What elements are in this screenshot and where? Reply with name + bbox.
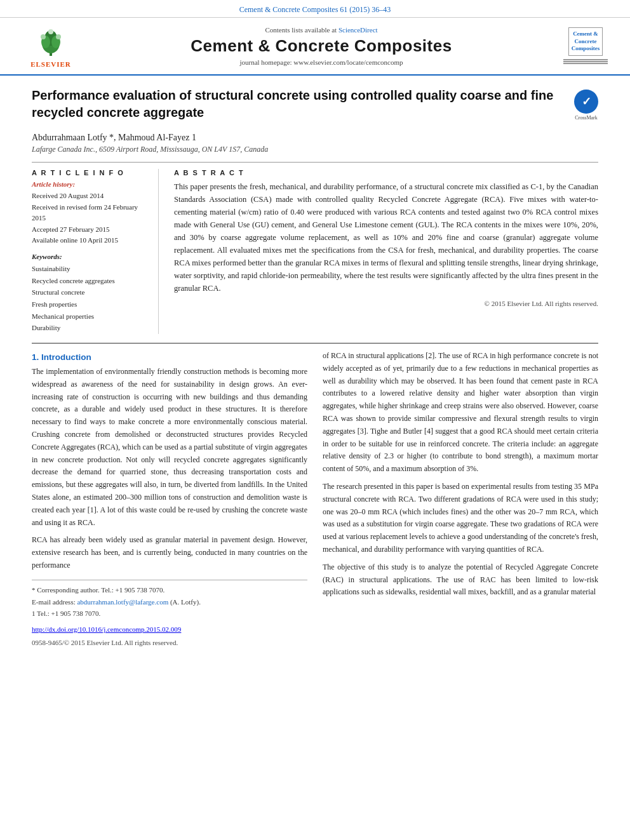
svg-point-7	[48, 29, 53, 34]
intro-heading: 1. Introduction	[32, 352, 307, 362]
journal-citation: Cement & Concrete Composites 61 (2015) 3…	[239, 5, 391, 14]
email-fn: E-mail address: abdurrahman.lotfy@lafarg…	[32, 596, 307, 608]
paper-title-section: Performance evaluation of structural con…	[32, 87, 598, 126]
paper-title: Performance evaluation of structural con…	[32, 87, 564, 121]
footnote-section: * Corresponding author. Tel.: +1 905 738…	[32, 580, 307, 648]
article-info-col: A R T I C L E I N F O Article history: R…	[32, 169, 159, 334]
intro-para-4: The research presented in this paper is …	[323, 481, 598, 556]
received-date: Received 20 August 2014	[32, 190, 149, 202]
journal-corner-logo: Cement &ConcreteComposites	[560, 27, 611, 65]
available-date: Available online 10 April 2015	[32, 235, 149, 246]
copyright-line: © 2015 Elsevier Ltd. All rights reserved…	[174, 300, 598, 307]
elsevier-logo: ELSEVIER	[19, 24, 83, 68]
crossmark-icon: ✓	[574, 90, 598, 114]
abstract-col: A B S T R A C T This paper presents the …	[174, 169, 598, 334]
intro-para-2: RCA has already been widely used as gran…	[32, 534, 307, 571]
abstract-label: A B S T R A C T	[174, 169, 598, 177]
issn-line: 0958-9465/© 2015 Elsevier Ltd. All right…	[32, 637, 307, 649]
intro-para-5: The objective of this study is to analyz…	[323, 561, 598, 599]
keyword-2: Recycled concrete aggregates	[32, 275, 149, 287]
article-info-label: A R T I C L E I N F O	[32, 169, 149, 177]
journal-header-center: Contents lists available at ScienceDirec…	[83, 26, 560, 66]
journal-header-top: Cement & Concrete Composites 61 (2015) 3…	[0, 0, 630, 18]
email-label: E-mail address:	[32, 598, 76, 606]
crossmark-logo: ✓ CrossMark	[574, 90, 598, 121]
email-link[interactable]: abdurrahman.lotfy@lafarge.com	[77, 598, 168, 606]
contents-line: Contents lists available at ScienceDirec…	[83, 26, 560, 34]
body-left-col: 1. Introduction The implementation of en…	[32, 350, 307, 648]
keywords-label: Keywords:	[32, 253, 149, 260]
article-info-abstract-section: A R T I C L E I N F O Article history: R…	[32, 162, 598, 334]
doi-link[interactable]: http://dx.doi.org/10.1016/j.cemconcomp.2…	[32, 625, 181, 633]
affiliation-line: Lafarge Canada Inc., 6509 Airport Road, …	[32, 145, 598, 154]
abstract-text: This paper presents the fresh, mechanica…	[174, 180, 598, 295]
svg-point-5	[41, 34, 46, 39]
corresponding-author-fn: * Corresponding author. Tel.: +1 905 738…	[32, 584, 307, 596]
keyword-5: Mechanical properties	[32, 310, 149, 323]
authors-line: Abdurrahmaan Lotfy *, Mahmoud Al-Fayez 1	[32, 133, 598, 143]
keyword-1: Sustainability	[32, 263, 149, 275]
intro-para-3: of RCA in structural applications [2]. T…	[323, 350, 598, 476]
journal-title: Cement & Concrete Composites	[83, 36, 560, 56]
keyword-3: Structural concrete	[32, 286, 149, 298]
journal-homepage: journal homepage: www.elsevier.com/locat…	[83, 58, 560, 66]
corner-logo-box: Cement &ConcreteComposites	[568, 27, 603, 56]
body-two-col: 1. Introduction The implementation of en…	[32, 350, 598, 648]
authors-text: Abdurrahmaan Lotfy *, Mahmoud Al-Fayez 1	[32, 133, 196, 142]
journal-header-main: ELSEVIER Contents lists available at Sci…	[0, 18, 630, 76]
elsevier-wordmark: ELSEVIER	[30, 60, 71, 68]
keyword-6: Durability	[32, 322, 149, 334]
main-divider	[32, 343, 598, 343]
keywords-list: Sustainability Recycled concrete aggrega…	[32, 263, 149, 334]
doi-line[interactable]: http://dx.doi.org/10.1016/j.cemconcomp.2…	[32, 623, 307, 636]
svg-point-6	[56, 34, 61, 39]
keyword-4: Fresh properties	[32, 298, 149, 310]
email-suffix: (A. Lotfy).	[170, 598, 201, 606]
paper-container: Performance evaluation of structural con…	[0, 76, 630, 661]
footnote1: 1 Tel.: +1 905 738 7070.	[32, 608, 307, 620]
accepted-date: Accepted 27 February 2015	[32, 224, 149, 236]
article-history-items: Received 20 August 2014 Received in revi…	[32, 190, 149, 246]
revised-date: Received in revised form 24 February 201…	[32, 202, 149, 224]
body-right-col: of RCA in structural applications [2]. T…	[323, 350, 598, 648]
article-history-label: Article history:	[32, 180, 149, 188]
elsevier-tree-icon	[32, 24, 70, 59]
crossmark-label: CrossMark	[574, 115, 598, 121]
sciencedirect-link[interactable]: ScienceDirect	[338, 26, 378, 34]
corner-logo-lines	[563, 58, 608, 65]
intro-para-1: The implementation of environmentally fr…	[32, 366, 307, 529]
